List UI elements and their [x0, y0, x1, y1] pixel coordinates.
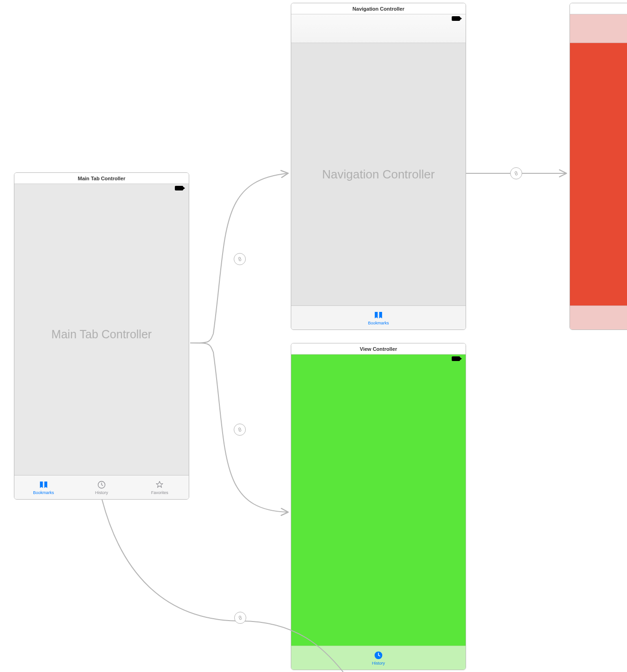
tab-bar-placeholder: Bookmarks [291, 305, 466, 330]
tab-item-bookmarks[interactable]: Bookmarks [14, 475, 72, 499]
view-content-red [570, 43, 627, 305]
tab-item-history[interactable]: History [72, 475, 130, 499]
favorites-icon [154, 480, 165, 489]
view-content-green [291, 355, 466, 646]
segue-node-tab-to-nav[interactable] [234, 253, 246, 265]
scene-title-bar[interactable]: Main Tab Controller [14, 173, 189, 184]
scene-title-label: Navigation Controller [352, 6, 404, 12]
tab-bar: Bookmarks History Favorites [14, 475, 189, 499]
tab-item-favorites[interactable]: Favorites [131, 475, 189, 499]
link-icon [513, 170, 519, 177]
scene-main-tab-controller[interactable]: Main Tab Controller Main Tab Controller … [14, 172, 189, 500]
tab-label: Bookmarks [368, 321, 389, 325]
scene-view-controller-green[interactable]: View Controller History [291, 343, 466, 670]
tab-label: Bookmarks [33, 490, 54, 495]
scene-title-label: View Controller [360, 346, 397, 352]
battery-icon [452, 356, 462, 361]
bookmarks-icon [373, 311, 384, 320]
scene-title-bar[interactable] [570, 3, 627, 14]
segue-node-tab-to-third[interactable] [234, 612, 246, 624]
navigation-bar-placeholder [570, 14, 627, 43]
link-icon [237, 615, 243, 621]
bookmarks-icon [38, 480, 49, 489]
battery-icon [452, 16, 462, 21]
scene-title-bar[interactable]: View Controller [291, 343, 466, 355]
scene-placeholder-area: Main Tab Controller [14, 193, 189, 475]
scene-title-bar[interactable]: Navigation Controller [291, 3, 466, 14]
tab-label: Favorites [151, 490, 168, 495]
tab-label: History [95, 490, 108, 495]
tab-item-history[interactable]: History [372, 651, 385, 666]
history-icon [373, 651, 384, 660]
tab-label: History [372, 661, 385, 666]
scene-placeholder-label: Main Tab Controller [47, 328, 156, 341]
tab-bar-placeholder: History [291, 646, 466, 670]
link-icon [237, 256, 243, 262]
scene-placeholder-area: Navigation Controller [291, 43, 466, 305]
segue-node-tab-to-view[interactable] [234, 424, 246, 436]
scene-placeholder-label: Navigation Controller [318, 167, 440, 182]
segue-node-nav-to-root[interactable] [510, 167, 522, 179]
scene-navigation-controller[interactable]: Navigation Controller Navigation Control… [291, 3, 466, 330]
tab-item-bookmarks[interactable]: Bookmarks [368, 311, 389, 325]
tab-bar-placeholder [570, 305, 627, 330]
scene-title-label: Main Tab Controller [78, 176, 125, 181]
history-icon [96, 480, 107, 489]
navigation-bar-placeholder [291, 14, 466, 43]
scene-view-controller-red[interactable] [569, 3, 627, 330]
status-bar [14, 184, 189, 193]
link-icon [237, 426, 243, 433]
battery-icon [175, 186, 185, 190]
